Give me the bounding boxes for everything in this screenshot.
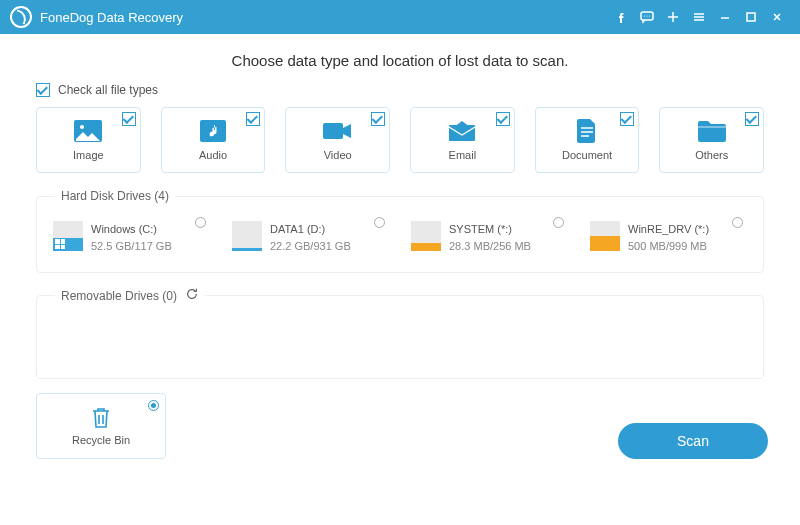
folder-icon	[697, 119, 727, 143]
drive-size: 28.3 MB/256 MB	[449, 238, 531, 255]
minimize-button[interactable]	[712, 0, 738, 34]
type-document[interactable]: Document	[535, 107, 640, 173]
drive-size: 52.5 GB/117 GB	[91, 238, 172, 255]
type-video[interactable]: Video	[285, 107, 390, 173]
type-label: Others	[695, 149, 728, 161]
drive-item[interactable]: WinRE_DRV (*:)500 MB/999 MB	[588, 217, 749, 258]
svg-rect-9	[449, 125, 475, 141]
type-label: Audio	[199, 149, 227, 161]
checkbox-icon	[36, 83, 50, 97]
radio-icon	[732, 217, 743, 228]
video-icon	[323, 119, 353, 143]
hard-disk-legend: Hard Disk Drives (4)	[55, 189, 175, 203]
type-others[interactable]: Others	[659, 107, 764, 173]
drive-icon	[590, 221, 620, 251]
type-label: Email	[449, 149, 477, 161]
type-email[interactable]: Email	[410, 107, 515, 173]
trash-icon	[90, 406, 112, 430]
drive-name: Windows (C:)	[91, 221, 172, 238]
refresh-button[interactable]	[185, 287, 199, 304]
email-icon	[447, 119, 477, 143]
document-icon	[572, 119, 602, 143]
type-audio[interactable]: Audio	[161, 107, 266, 173]
image-icon	[73, 119, 103, 143]
drive-name: WinRE_DRV (*:)	[628, 221, 709, 238]
svg-rect-4	[747, 13, 755, 21]
check-all-label: Check all file types	[58, 83, 158, 97]
svg-rect-10	[698, 126, 726, 128]
page-headline: Choose data type and location of lost da…	[36, 52, 764, 69]
checkbox-icon	[122, 112, 136, 126]
type-label: Document	[562, 149, 612, 161]
add-button[interactable]	[660, 0, 686, 34]
svg-rect-8	[323, 123, 343, 139]
scan-button[interactable]: Scan	[618, 423, 768, 459]
removable-drives-section: Removable Drives (0)	[36, 287, 764, 379]
drive-name: SYSTEM (*:)	[449, 221, 531, 238]
type-image[interactable]: Image	[36, 107, 141, 173]
checkbox-icon	[246, 112, 260, 126]
recycle-bin-card[interactable]: Recycle Bin	[36, 393, 166, 459]
app-logo-icon	[10, 6, 32, 28]
facebook-button[interactable]	[608, 0, 634, 34]
svg-point-2	[646, 15, 647, 16]
close-button[interactable]	[764, 0, 790, 34]
drive-icon	[232, 221, 262, 251]
checkbox-icon	[371, 112, 385, 126]
maximize-button[interactable]	[738, 0, 764, 34]
file-type-row: Image Audio Video Email Document Others	[36, 107, 764, 173]
drive-size: 22.2 GB/931 GB	[270, 238, 351, 255]
drive-item[interactable]: Windows (C:)52.5 GB/117 GB	[51, 217, 212, 258]
radio-icon	[374, 217, 385, 228]
titlebar: FoneDog Data Recovery	[0, 0, 800, 34]
drive-name: DATA1 (D:)	[270, 221, 351, 238]
drive-item[interactable]: DATA1 (D:)22.2 GB/931 GB	[230, 217, 391, 258]
feedback-button[interactable]	[634, 0, 660, 34]
drive-item[interactable]: SYSTEM (*:)28.3 MB/256 MB	[409, 217, 570, 258]
svg-point-3	[649, 15, 650, 16]
radio-icon	[148, 400, 159, 411]
checkbox-icon	[620, 112, 634, 126]
drive-icon	[53, 221, 83, 251]
drive-icon	[411, 221, 441, 251]
drive-size: 500 MB/999 MB	[628, 238, 709, 255]
type-label: Video	[324, 149, 352, 161]
svg-point-1	[644, 15, 645, 16]
type-label: Image	[73, 149, 104, 161]
radio-icon	[195, 217, 206, 228]
recycle-label: Recycle Bin	[72, 434, 130, 446]
radio-icon	[553, 217, 564, 228]
checkbox-icon	[496, 112, 510, 126]
app-title: FoneDog Data Recovery	[40, 10, 183, 25]
check-all-file-types[interactable]: Check all file types	[36, 83, 764, 97]
hard-disk-drives-section: Hard Disk Drives (4) Windows (C:)52.5 GB…	[36, 189, 764, 273]
checkbox-icon	[745, 112, 759, 126]
removable-legend: Removable Drives (0)	[61, 289, 177, 303]
audio-icon	[198, 119, 228, 143]
menu-button[interactable]	[686, 0, 712, 34]
svg-point-6	[80, 125, 84, 129]
